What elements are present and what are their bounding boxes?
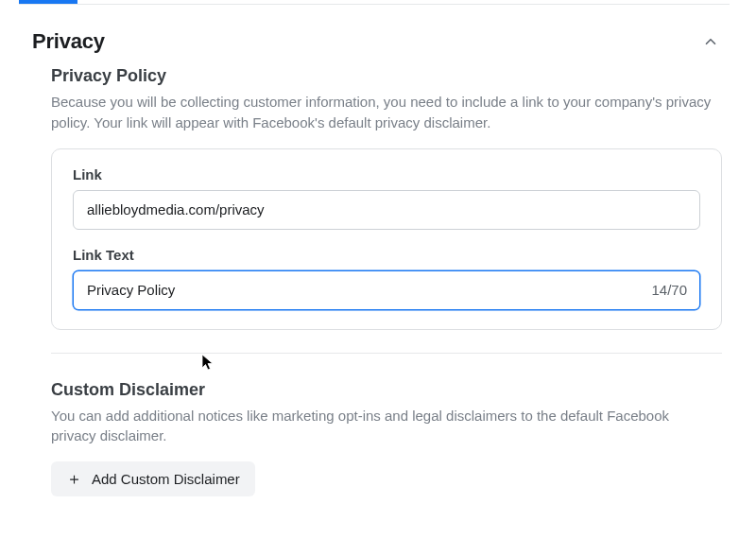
link-text-input[interactable] xyxy=(73,270,700,310)
privacy-section-header[interactable]: Privacy xyxy=(19,21,730,66)
chevron-up-icon xyxy=(702,33,719,50)
custom-disclaimer-heading: Custom Disclaimer xyxy=(51,380,722,400)
tab-underline xyxy=(19,4,730,5)
add-custom-disclaimer-button[interactable]: ＋ Add Custom Disclaimer xyxy=(51,461,255,496)
link-text-label: Link Text xyxy=(73,247,700,263)
custom-disclaimer-description: You can add additional notices like mark… xyxy=(51,406,713,447)
privacy-policy-description: Because you will be collecting customer … xyxy=(51,92,713,133)
section-divider xyxy=(51,353,722,354)
privacy-policy-card: Link Link Text 14/70 xyxy=(51,148,722,330)
link-input[interactable] xyxy=(73,190,700,230)
privacy-policy-heading: Privacy Policy xyxy=(51,66,722,86)
collapse-section-button[interactable] xyxy=(697,28,724,55)
link-label: Link xyxy=(73,166,700,182)
add-custom-disclaimer-label: Add Custom Disclaimer xyxy=(92,471,240,487)
plus-icon: ＋ xyxy=(66,471,82,487)
section-title: Privacy xyxy=(32,29,105,54)
